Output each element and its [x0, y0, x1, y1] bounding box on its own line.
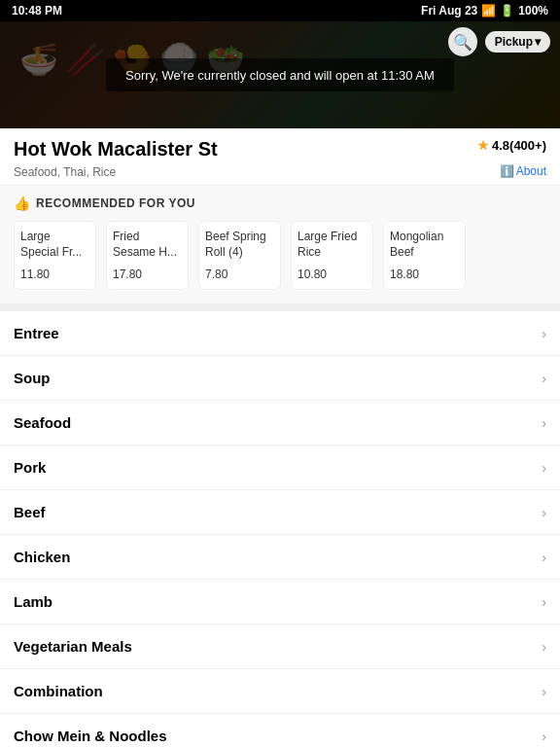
info-icon: ℹ️ — [500, 164, 514, 178]
battery-icon: 🔋 — [500, 4, 514, 18]
restaurant-header: Hot Wok Macalister St ★ 4.8(400+) — [14, 138, 546, 160]
category-name-5: Chicken — [14, 549, 70, 565]
category-name-7: Vegetarian Meals — [14, 638, 132, 655]
status-time: 10:48 PM — [12, 4, 62, 18]
category-name-1: Soup — [14, 370, 51, 386]
recommended-title: RECOMMENDED FOR YOU — [36, 196, 195, 210]
menu-category-soup[interactable]: Soup › — [0, 356, 560, 401]
menu-category-seafood[interactable]: Seafood › — [0, 401, 560, 445]
search-icon: 🔍 — [453, 33, 472, 52]
rec-item-name-1: Fried Sesame H... — [113, 230, 182, 260]
pickup-label: Pickup — [495, 35, 533, 49]
category-name-3: Pork — [14, 459, 46, 476]
category-name-0: Entree — [14, 325, 59, 341]
chevron-down-icon: ▾ — [535, 35, 541, 49]
recommended-item-2[interactable]: Beef Spring Roll (4) 7.80 — [198, 221, 281, 290]
menu-category-pork[interactable]: Pork › — [0, 445, 560, 490]
category-chevron-icon-3: › — [542, 460, 546, 476]
rating-value: 4.8(400+) — [492, 138, 546, 153]
menu-category-beef[interactable]: Beef › — [0, 490, 560, 535]
recommended-item-0[interactable]: Large Special Fr... 11.80 — [14, 221, 96, 290]
closed-banner: Sorry, We're currently closed and will o… — [106, 58, 454, 91]
rec-item-price-4: 18.80 — [390, 267, 459, 281]
restaurant-rating: ★ 4.8(400+) — [477, 138, 546, 153]
menu-category-vegetarian-meals[interactable]: Vegetarian Meals › — [0, 624, 560, 669]
status-date: Fri Aug 23 — [421, 4, 477, 18]
restaurant-name: Hot Wok Macalister St — [14, 138, 218, 160]
restaurant-tags: Seafood, Thai, Rice — [14, 165, 116, 179]
status-right: Fri Aug 23 📶 🔋 100% — [421, 4, 548, 18]
rec-item-name-3: Large Fried Rice — [298, 230, 367, 260]
category-chevron-icon-5: › — [542, 550, 546, 565]
menu-category-lamb[interactable]: Lamb › — [0, 580, 560, 624]
thumbs-up-icon: 👍 — [14, 196, 30, 211]
recommended-item-3[interactable]: Large Fried Rice 10.80 — [291, 221, 373, 290]
rec-item-price-3: 10.80 — [298, 267, 367, 281]
rec-item-name-2: Beef Spring Roll (4) — [205, 230, 274, 260]
rec-item-price-2: 7.80 — [205, 267, 274, 281]
category-name-8: Combination — [14, 683, 103, 699]
rec-item-name-0: Large Special Fr... — [20, 230, 89, 260]
battery-level: 100% — [518, 4, 548, 18]
hero-section: Sorry, We're currently closed and will o… — [0, 21, 560, 128]
menu-category-chow-mein-&-noodles[interactable]: Chow Mein & Noodles › — [0, 714, 560, 747]
rec-item-price-0: 11.80 — [20, 267, 89, 281]
closed-message: Sorry, We're currently closed and will o… — [125, 68, 435, 83]
category-name-2: Seafood — [14, 414, 71, 431]
wifi-icon: 📶 — [481, 4, 496, 18]
category-chevron-icon-8: › — [542, 684, 546, 699]
category-name-9: Chow Mein & Noodles — [14, 728, 167, 744]
category-chevron-icon-6: › — [542, 594, 546, 610]
category-chevron-icon-4: › — [542, 505, 546, 520]
hero-controls: 🔍 Pickup ▾ — [448, 27, 550, 56]
rec-item-name-4: Mongolian Beef — [390, 230, 459, 260]
menu-list: Entree › Soup › Seafood › Pork › Beef › … — [0, 311, 560, 747]
category-name-6: Lamb — [14, 593, 52, 610]
menu-category-entree[interactable]: Entree › — [0, 311, 560, 356]
rec-item-price-1: 17.80 — [113, 267, 182, 281]
recommended-header: 👍 RECOMMENDED FOR YOU — [14, 196, 546, 211]
status-bar: 10:48 PM Fri Aug 23 📶 🔋 100% — [0, 0, 560, 21]
pickup-button[interactable]: Pickup ▾ — [485, 31, 550, 53]
search-button[interactable]: 🔍 — [448, 27, 477, 56]
category-chevron-icon-1: › — [542, 371, 546, 386]
category-name-4: Beef — [14, 504, 46, 520]
recommended-item-1[interactable]: Fried Sesame H... 17.80 — [106, 221, 189, 290]
recommended-item-4[interactable]: Mongolian Beef 18.80 — [383, 221, 466, 290]
restaurant-info: Hot Wok Macalister St ★ 4.8(400+) Seafoo… — [0, 128, 560, 186]
menu-category-chicken[interactable]: Chicken › — [0, 535, 560, 580]
recommended-scroll: Large Special Fr... 11.80 Fried Sesame H… — [14, 221, 546, 290]
about-link[interactable]: ℹ️ About — [500, 164, 546, 178]
recommended-section: 👍 RECOMMENDED FOR YOU Large Special Fr..… — [0, 186, 560, 311]
category-chevron-icon-0: › — [542, 326, 546, 341]
category-chevron-icon-2: › — [542, 415, 546, 431]
category-chevron-icon-9: › — [542, 729, 546, 744]
star-icon: ★ — [477, 138, 489, 153]
category-chevron-icon-7: › — [542, 639, 546, 655]
menu-category-combination[interactable]: Combination › — [0, 669, 560, 714]
